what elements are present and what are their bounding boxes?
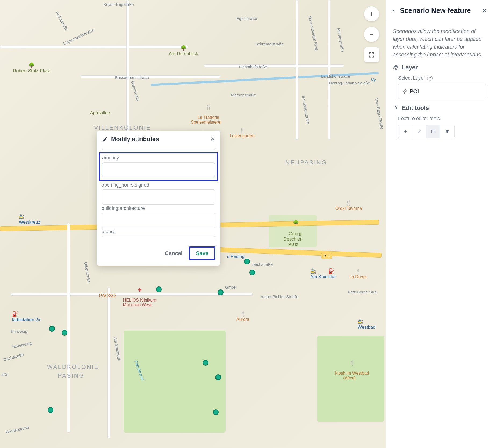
- map-canvas[interactable]: B 2 VILLENKOLONIE NEUPASING WALDKOLONIE …: [0, 0, 386, 448]
- map-major-road: [210, 247, 382, 258]
- restaurant-icon: 🍴: [346, 200, 352, 206]
- field-building-arch-group: building:architecture: [102, 206, 215, 228]
- tool-delete-button[interactable]: [440, 125, 454, 138]
- map-poi-label: 🌳 Robert-Stolz-Platz: [13, 62, 50, 74]
- layers-icon: [393, 64, 399, 70]
- map-road-label: Fritz-Berne-Stra: [348, 290, 377, 294]
- sidebar-title: Scenario New feature: [400, 6, 478, 15]
- scenario-sidebar: Scenario New feature ✕ Scenarios allow t…: [386, 0, 493, 448]
- map-food-label: 🍴 La Ruota: [349, 269, 367, 279]
- map-minor-road: [126, 0, 129, 134]
- sidebar-description: Scenarios allow the modification of laye…: [386, 21, 493, 62]
- map-minor-road: [11, 293, 253, 296]
- map-poi-label: Apfelallee: [90, 110, 110, 116]
- poi-marker[interactable]: [156, 286, 162, 292]
- table-icon: [431, 129, 436, 134]
- map-road-label: Schubaurstraße: [301, 95, 311, 124]
- map-area-label: PASING: [58, 372, 85, 379]
- edit-icon: [102, 136, 108, 142]
- map-road-label: Mühlerweg: [12, 341, 32, 349]
- poi-marker[interactable]: [48, 407, 53, 413]
- feature-editor-tools: [398, 125, 455, 138]
- clipped-field-top: [102, 145, 215, 150]
- tool-add-button[interactable]: [398, 125, 412, 138]
- building-architecture-input[interactable]: [102, 213, 215, 228]
- map-river: [150, 72, 379, 86]
- back-button[interactable]: [392, 7, 396, 15]
- map-food-label: 🍴 Aurora: [236, 311, 249, 322]
- poi-marker[interactable]: [218, 289, 224, 295]
- map-road-label: Ny: [371, 77, 376, 82]
- map-transit-label: s Pasing: [227, 254, 244, 259]
- poi-marker[interactable]: [244, 259, 250, 264]
- zoom-out-button[interactable]: −: [364, 27, 379, 42]
- tool-table-button[interactable]: [426, 125, 440, 138]
- save-button[interactable]: Save: [189, 246, 215, 260]
- edit-tools-section: Edit tools Feature editor tools: [386, 103, 493, 142]
- fullscreen-button[interactable]: [364, 47, 379, 62]
- map-minor-road: [107, 288, 110, 438]
- field-label-building-arch: building:architecture: [102, 206, 215, 211]
- select-layer-label: Select Layer ?: [398, 75, 486, 81]
- map-road-label: Lippenheldestraße: [62, 28, 95, 46]
- map-food-label: 🍴 La Trattoria Speisemeisterei: [191, 99, 221, 130]
- field-amenity-group: amenity: [99, 152, 218, 181]
- map-road-label: Von-Trays-Straße: [374, 98, 384, 130]
- map-road-label: Schrämelstraße: [255, 42, 284, 46]
- pencil-icon: [417, 129, 422, 134]
- poi-marker[interactable]: [62, 330, 67, 336]
- dialog-title: Modify attributes: [111, 136, 207, 143]
- layer-type-icon: ⠿: [401, 88, 408, 95]
- poi-marker[interactable]: [215, 374, 221, 380]
- map-road-label: bachstraße: [253, 262, 273, 267]
- fuel-icon: ⛽: [328, 268, 334, 274]
- layer-section-title: Layer: [402, 64, 418, 71]
- editor-tools-label: Feature editor tools: [398, 116, 486, 121]
- map-road-label: Anton-Pichler-Straße: [261, 294, 298, 299]
- amenity-input[interactable]: [102, 162, 215, 177]
- map-poi-label: GmbH: [225, 285, 237, 289]
- map-parkland: [124, 331, 226, 433]
- zoom-in-button[interactable]: +: [364, 6, 379, 21]
- map-parkland: [317, 336, 384, 422]
- chevron-left-icon: [392, 9, 396, 13]
- sidebar-close-button[interactable]: ✕: [482, 7, 487, 15]
- fuel-icon: ⛽: [12, 311, 18, 317]
- selected-layer-value: POI: [410, 88, 419, 95]
- cancel-button[interactable]: Cancel: [163, 248, 185, 259]
- dialog-close-button[interactable]: ✕: [210, 136, 215, 143]
- opening-hours-input[interactable]: [102, 189, 215, 205]
- map-fuel-label: ⛽ star: [328, 268, 336, 279]
- clipped-field-bottom: [102, 236, 215, 240]
- transit-icon: 🚉: [358, 319, 364, 324]
- help-icon[interactable]: ?: [427, 76, 433, 81]
- map-minor-road: [81, 75, 220, 78]
- map-road-label: Eglofstraße: [236, 16, 257, 21]
- transit-icon: 🚉: [19, 214, 25, 219]
- fullscreen-icon: [369, 52, 375, 58]
- poi-marker[interactable]: [49, 326, 55, 332]
- field-label-branch: branch: [102, 229, 215, 235]
- compass-icon: [393, 105, 399, 111]
- poi-marker[interactable]: [213, 409, 219, 415]
- layer-section: Layer Select Layer ? ⠿ POI: [386, 62, 493, 103]
- layer-select[interactable]: ⠿ POI: [398, 84, 486, 99]
- map-area-label: NEUPASING: [285, 159, 327, 166]
- map-road-label: Banystraße: [130, 80, 140, 101]
- restaurant-icon: 🍴: [239, 128, 245, 133]
- map-road-label: aße: [1, 372, 8, 377]
- poi-marker[interactable]: [249, 270, 255, 275]
- tool-edit-button: [412, 125, 426, 138]
- restaurant-icon: 🍴: [240, 311, 246, 317]
- map-road-label: Kunzweg: [11, 329, 27, 334]
- tree-icon: 🌳: [28, 63, 34, 68]
- field-label-amenity: amenity: [102, 155, 215, 161]
- plus-icon: [403, 129, 408, 134]
- road-ref-badge: B 2: [321, 253, 332, 259]
- edit-tools-section-title: Edit tools: [402, 105, 429, 112]
- poi-marker[interactable]: [203, 360, 208, 366]
- field-opening-hours-group: opening_hours:signed: [102, 182, 215, 205]
- map-food-label: 🍴 Luisengarten: [230, 128, 255, 138]
- map-transit-label: 🚉 Westbad: [358, 319, 376, 330]
- map-fuel-label: ⛽ ladestation 2x: [12, 311, 40, 322]
